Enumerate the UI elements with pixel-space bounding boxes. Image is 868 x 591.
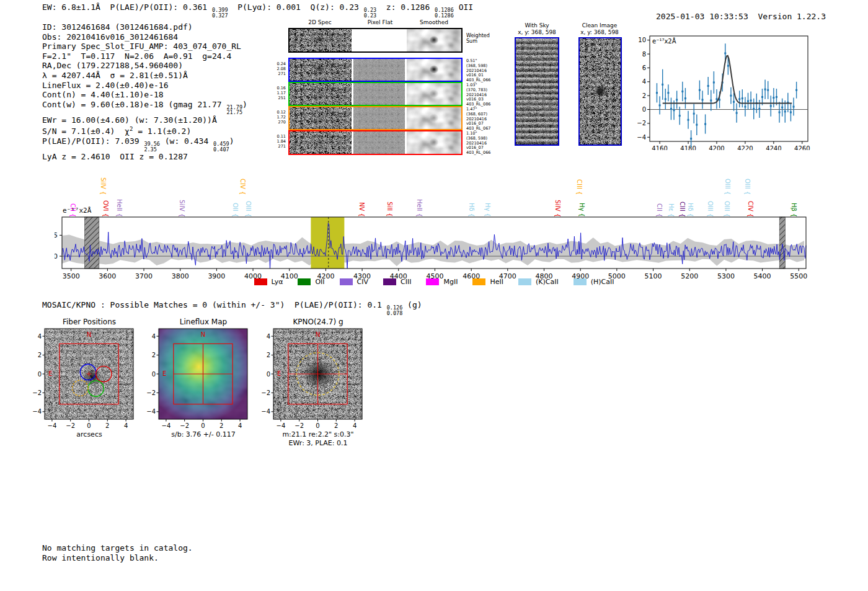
line-label-CIII: CIII { <box>576 179 583 195</box>
cutout-2d-spec <box>290 107 352 129</box>
cutout-row-annotation: 1.03"(370, 783)20210416v016_03403_RL_086 <box>466 83 505 107</box>
panel-y-tick: 0 <box>267 371 270 378</box>
footer-notes: No matching targets in catalog. Row inte… <box>42 543 193 562</box>
inset-y-tick: −4 <box>637 134 646 141</box>
legend-swatch <box>383 278 396 285</box>
detection-info-block: ID: 3012461684 (3012461684.pdf)Obs: 2021… <box>42 22 247 162</box>
info-line: F=2.1" T=0.117 N=2.06 A=0.91 g=24.4 <box>42 51 247 61</box>
legend-label: (H)CaII <box>591 278 614 286</box>
emission-line-labels: CII {SiIV {OVI {HeII {SiIV {OII {CIV {OI… <box>55 162 814 217</box>
cutout-row <box>288 58 463 82</box>
legend-swatch <box>574 278 587 285</box>
legend-item-Lyα: Lyα <box>254 278 283 286</box>
panel-y-tick: 0 <box>38 371 42 378</box>
legend-item-CIV: CIV <box>340 278 368 286</box>
compass-north: N <box>87 331 91 338</box>
inset-y-tick: 8 <box>642 51 646 58</box>
cutout-row-annotation: WeightedSum <box>466 33 505 44</box>
line-fit-inset-plot: 416041804200422042404260−4−20246810e⁻¹⁷x… <box>632 31 818 150</box>
panel-y-tick: 4 <box>267 333 270 340</box>
line-label-SiIV: SiIV { <box>100 177 107 195</box>
legend-label: CIV <box>357 278 368 286</box>
panel-x-tick: 2 <box>334 422 338 429</box>
panel-x-tick: 0 <box>87 422 91 429</box>
inset-x-tick: 4160 <box>652 145 667 150</box>
masked-region <box>779 217 785 269</box>
kpno-xlabel: m:21.1 re:2.2" s:0.3" <box>268 430 368 438</box>
panel-x-tick: −2 <box>66 422 75 429</box>
panel-x-tick: −2 <box>180 422 189 429</box>
line-label-CIV: CIV { <box>239 179 246 195</box>
legend-item-(H)CaII: (H)CaII <box>574 278 614 286</box>
inset-y-tick: 10 <box>638 37 646 43</box>
cutout-row-stats: 0.242.08271 <box>273 61 286 76</box>
compass-east: E <box>277 370 281 377</box>
lineflux-xlabel: s/b: 3.76 +/- 0.117 <box>153 430 254 438</box>
panel-y-tick: 0 <box>152 371 156 378</box>
report-version: Version 1.22.3 <box>758 12 826 21</box>
info-line: Obs: 20210416v016_3012461684 <box>42 32 247 42</box>
spectrum-legend: LyαOIICIVCIIIMgIIHeII(K)CaII(H)CaII <box>217 278 651 286</box>
kpno-image-panel: NE−4−2024420−2−4 <box>261 326 366 429</box>
panel-y-tick: −2 <box>261 389 270 396</box>
inset-y-tick: 4 <box>642 78 646 85</box>
inset-y-tick: 6 <box>642 64 646 71</box>
cutout-row-annotation: 1.10"(368, 598)20210416v016_07403_RL_066 <box>466 131 505 156</box>
cutout-row <box>288 130 463 155</box>
cutout-row <box>288 82 463 106</box>
legend-label: CIII <box>401 278 411 286</box>
cutout-row <box>288 28 463 53</box>
main-x-tick: 5400 <box>754 272 771 280</box>
cutout-pixel-flat <box>353 83 405 105</box>
mosaic-kpno-line: MOSAIC/KPNO : Possible Matches = 0 (with… <box>42 300 422 316</box>
main-x-tick: 3800 <box>172 272 189 280</box>
main-x-tick: 3600 <box>99 272 116 280</box>
info-line: Primary Spec_Slot_IFU_AMP: 403_074_070_R… <box>42 42 247 51</box>
inset-x-tick: 4240 <box>766 145 781 150</box>
cutout-row-annotation: 1.47"(368, 607)20210416v016_07403_RL_067 <box>466 107 505 131</box>
compass-east: E <box>162 370 166 377</box>
panel-x-tick: −2 <box>294 422 304 429</box>
panel-y-tick: 2 <box>38 352 42 358</box>
kpno-title: KPNO(24.7) g <box>274 318 362 326</box>
info-line: Cont(w) = 9.60(±0.18)e-18 (gmag 21.77 21… <box>42 100 247 115</box>
compass-north: N <box>316 331 320 338</box>
cutout-2d-spec <box>290 131 352 154</box>
smoothed-blob <box>407 107 461 129</box>
legend-label: Lyα <box>272 278 283 286</box>
panel-x-tick: −4 <box>277 422 286 429</box>
sky-noise-overlay <box>516 38 558 144</box>
panel-x-tick: −4 <box>48 422 57 429</box>
lineflux-map-title: Lineflux Map <box>159 318 247 326</box>
line-label-OIII: OIII { <box>744 179 751 195</box>
cutout-pixel-flat <box>353 131 405 154</box>
legend-swatch <box>340 278 353 285</box>
cutout-smoothed <box>407 29 461 51</box>
cutout-row <box>288 106 463 130</box>
main-y-tick: 5 <box>55 231 58 239</box>
main-x-tick: 5200 <box>681 272 698 280</box>
legend-swatch <box>518 278 531 285</box>
cutout-row-stats: 0.161.17251 <box>273 86 286 100</box>
legend-label: OII <box>315 278 324 286</box>
inset-x-tick: 4260 <box>794 145 810 150</box>
panel-x-tick: 0 <box>201 422 205 429</box>
full-spectrum-plot: 3500360037003800390040004100420043004400… <box>55 213 816 286</box>
panel-x-tick: 2 <box>105 422 109 429</box>
cutout-smoothed <box>407 83 461 105</box>
panel-x-tick: 2 <box>219 422 223 429</box>
info-line: EWr = 16.00(±4.60) (w: 7.30(±1.20))Å <box>42 115 247 125</box>
main-x-tick: 3500 <box>63 272 80 280</box>
cutout-row-stats: 0.111.84271 <box>273 134 286 149</box>
main-x-tick: 3700 <box>135 272 153 280</box>
clean-source-blob <box>580 38 621 144</box>
with-sky-title: With Sky <box>506 22 568 29</box>
inset-axes-box <box>650 36 808 141</box>
cutout-2d-spec <box>290 29 352 51</box>
with-sky-header: With Sky x, y: 368, 598 <box>506 22 568 36</box>
inset-x-tick: 4200 <box>709 145 724 150</box>
kpno-xlabel2: EWr: 3, PLAE: 0.1 <box>268 439 368 447</box>
panel-x-tick: 4 <box>124 422 128 429</box>
compass-north: N <box>201 331 205 338</box>
smoothed-blob <box>407 29 461 51</box>
